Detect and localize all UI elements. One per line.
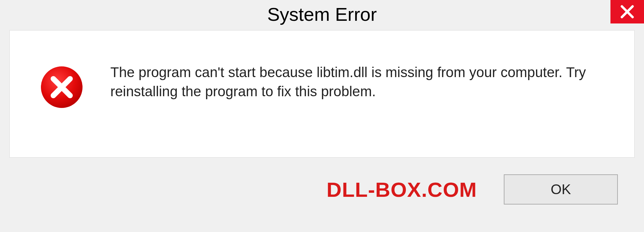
ok-button[interactable]: OK (504, 174, 618, 205)
close-icon (620, 4, 635, 19)
brand-watermark: DLL-BOX.COM (327, 178, 477, 201)
close-button[interactable] (610, 0, 644, 23)
titlebar: System Error (0, 0, 644, 30)
dialog-message: The program can't start because libtim.d… (110, 63, 614, 101)
dialog-title: System Error (267, 3, 377, 25)
dialog-content: The program can't start because libtim.d… (9, 30, 635, 158)
dialog-footer: DLL-BOX.COM OK (9, 158, 635, 221)
error-icon (40, 65, 84, 109)
